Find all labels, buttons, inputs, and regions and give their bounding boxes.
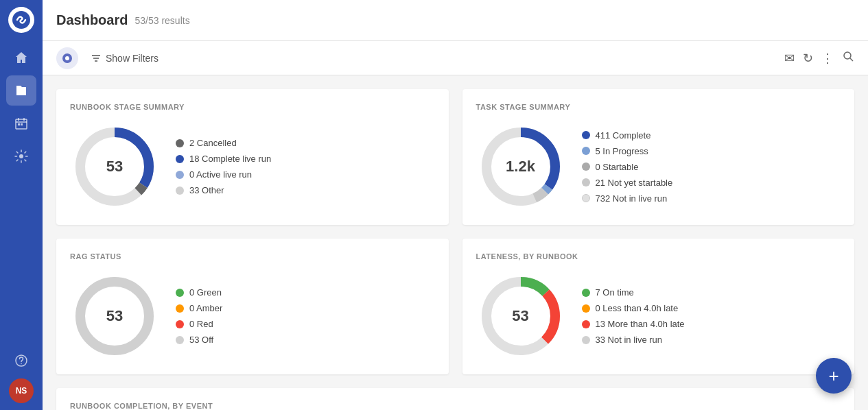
legend-item-on-time: 7 On time xyxy=(582,287,685,298)
rag-status-title: RAG STATUS xyxy=(70,252,435,261)
not-live-label: 732 Not in live run xyxy=(596,193,668,204)
email-icon[interactable]: ✉ xyxy=(784,51,795,66)
legend-item-other: 33 Other xyxy=(176,185,271,195)
legend-item-startable: 0 Startable xyxy=(582,162,673,172)
legend-item-active-live: 0 Active live run xyxy=(176,169,271,180)
startable-dot xyxy=(582,162,590,171)
not-live-run-dot xyxy=(582,336,590,344)
more-icon[interactable]: ⋮ xyxy=(821,51,834,66)
legend-item-amber: 0 Amber xyxy=(176,303,222,313)
in-progress-label: 5 In Progress xyxy=(596,146,648,156)
legend-item-more-late: 13 More than 4.0h late xyxy=(582,319,685,329)
legend-item-cancelled: 2 Cancelled xyxy=(176,138,271,148)
show-filters-label: Show Filters xyxy=(106,53,159,64)
rag-status-center: 53 xyxy=(106,307,123,325)
other-dot xyxy=(176,186,184,195)
not-yet-label: 21 Not yet startable xyxy=(596,178,673,188)
legend-item-off: 53 Off xyxy=(176,335,222,345)
legend-item-not-live: 732 Not in live run xyxy=(582,193,673,204)
completion-title: RUNBOOK COMPLETION, BY EVENT xyxy=(70,402,841,410)
svg-rect-5 xyxy=(18,123,20,125)
dashboard-icon xyxy=(56,47,78,69)
legend-item-not-yet: 21 Not yet startable xyxy=(582,178,673,188)
toolbar-left: Show Filters xyxy=(56,47,165,69)
refresh-icon[interactable]: ↻ xyxy=(803,51,813,66)
sidebar-bottom: NS xyxy=(6,346,36,403)
legend-item-in-progress: 5 In Progress xyxy=(582,146,673,156)
fab-button[interactable]: + xyxy=(816,358,852,394)
startable-label: 0 Startable xyxy=(596,162,639,172)
toolbar: Show Filters ✉ ↻ ⋮ xyxy=(43,41,868,75)
not-live-dot xyxy=(582,194,590,202)
legend-item-red: 0 Red xyxy=(176,319,222,329)
search-icon[interactable] xyxy=(842,50,854,66)
charts-row-top: RUNBOOK STAGE SUMMARY 53 xyxy=(56,89,854,225)
task-stage-center: 1.2k xyxy=(506,158,535,176)
green-label: 0 Green xyxy=(189,287,222,298)
rag-status-panel: RAG STATUS 53 0 Green xyxy=(56,239,449,374)
lateness-title: LATENESS, BY RUNBOOK xyxy=(476,252,841,261)
task-stage-legend: 411 Complete 5 In Progress 0 Startable xyxy=(582,130,673,204)
main-content: Dashboard 53/53 results Show Filters xyxy=(43,0,868,410)
task-stage-donut: 1.2k xyxy=(476,122,565,211)
in-progress-dot xyxy=(582,147,590,155)
amber-label: 0 Amber xyxy=(189,303,222,313)
task-stage-title: TASK STAGE SUMMARY xyxy=(476,103,841,111)
complete-dot xyxy=(582,131,590,139)
sidebar-item-files[interactable] xyxy=(6,75,36,106)
on-time-label: 7 On time xyxy=(596,287,634,298)
show-filters-button[interactable]: Show Filters xyxy=(84,49,165,68)
page-header: Dashboard 53/53 results xyxy=(43,0,868,41)
less-late-label: 0 Less than 4.0h late xyxy=(596,303,679,313)
lateness-body: 53 7 On time 0 Less than 4.0h late xyxy=(476,272,841,361)
legend-item-green: 0 Green xyxy=(176,287,222,298)
active-live-label: 0 Active live run xyxy=(189,169,252,180)
sidebar-item-settings[interactable] xyxy=(6,141,36,171)
rag-status-body: 53 0 Green 0 Amber 0 Red xyxy=(70,272,435,361)
red-dot xyxy=(176,320,184,328)
amber-dot xyxy=(176,304,184,313)
svg-point-9 xyxy=(21,363,22,365)
more-late-label: 13 More than 4.0h late xyxy=(596,319,685,329)
page-title: Dashboard xyxy=(56,12,128,28)
less-late-dot xyxy=(582,304,590,313)
not-live-run-label: 33 Not in live run xyxy=(596,335,663,345)
toolbar-right: ✉ ↻ ⋮ xyxy=(784,50,854,66)
rag-status-legend: 0 Green 0 Amber 0 Red 53 Off xyxy=(176,287,222,345)
runbook-stage-donut: 53 xyxy=(70,122,159,211)
page-subtitle: 53/53 results xyxy=(134,15,189,26)
cancelled-label: 2 Cancelled xyxy=(189,138,237,148)
charts-row-bottom: RAG STATUS 53 0 Green xyxy=(56,239,854,374)
svg-point-17 xyxy=(844,52,851,59)
complete-live-dot xyxy=(176,155,184,163)
runbook-stage-body: 53 2 Cancelled 18 Complete live run xyxy=(70,122,435,211)
task-stage-summary-panel: TASK STAGE SUMMARY 1.2k xyxy=(462,89,855,225)
legend-item-not-live-run: 33 Not in live run xyxy=(582,335,685,345)
complete-live-label: 18 Complete live run xyxy=(189,154,271,164)
runbook-stage-legend: 2 Cancelled 18 Complete live run 0 Activ… xyxy=(176,138,271,195)
sidebar: NS xyxy=(0,0,43,410)
svg-line-18 xyxy=(850,58,853,61)
lateness-center: 53 xyxy=(512,307,528,325)
rag-status-donut: 53 xyxy=(70,272,159,361)
not-yet-dot xyxy=(582,178,590,186)
sidebar-item-help[interactable] xyxy=(6,346,36,376)
content-area: RUNBOOK STAGE SUMMARY 53 xyxy=(43,75,868,410)
active-live-dot xyxy=(176,171,184,179)
legend-item-less-late: 0 Less than 4.0h late xyxy=(582,303,685,313)
svg-rect-6 xyxy=(21,123,23,125)
svg-point-7 xyxy=(19,154,23,158)
runbook-stage-title: RUNBOOK STAGE SUMMARY xyxy=(70,103,435,111)
sidebar-item-home[interactable] xyxy=(6,43,36,73)
off-label: 53 Off xyxy=(189,335,213,345)
red-label: 0 Red xyxy=(189,319,213,329)
other-label: 33 Other xyxy=(189,185,224,195)
cancelled-dot xyxy=(176,139,184,147)
task-stage-body: 1.2k 411 Complete 5 In Progress xyxy=(476,122,841,211)
legend-item-complete-live: 18 Complete live run xyxy=(176,154,271,164)
sidebar-logo[interactable] xyxy=(8,7,34,33)
complete-label: 411 Complete xyxy=(596,130,651,141)
runbook-stage-center: 53 xyxy=(106,158,123,176)
sidebar-avatar[interactable]: NS xyxy=(9,378,34,403)
sidebar-item-calendar[interactable] xyxy=(6,108,36,138)
